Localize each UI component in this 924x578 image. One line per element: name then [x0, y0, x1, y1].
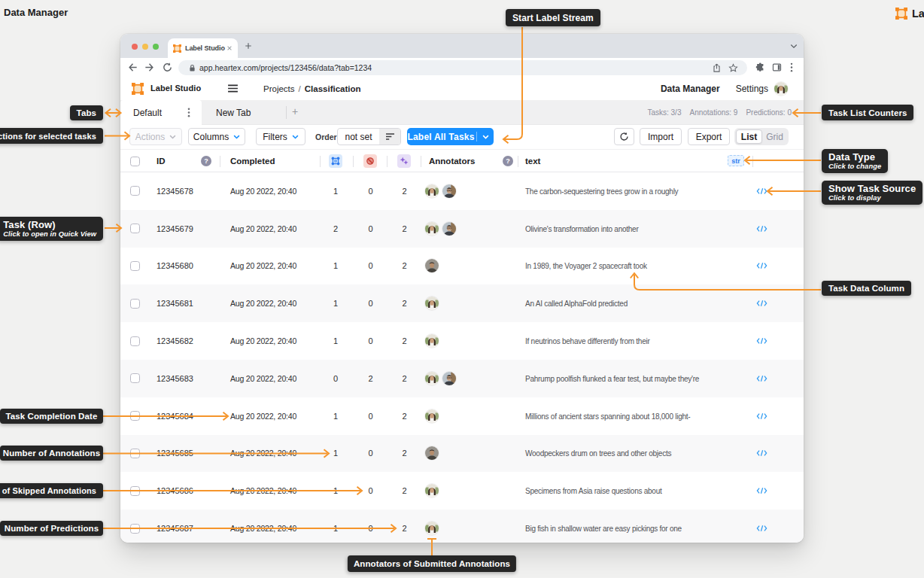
- row-checkbox[interactable]: [130, 486, 140, 496]
- show-source-icon[interactable]: [756, 184, 767, 198]
- annotator-avatar[interactable]: [425, 259, 439, 272]
- skipped-annotations-column-icon[interactable]: [363, 154, 377, 168]
- annotator-avatar[interactable]: [442, 222, 456, 236]
- hamburger-menu-icon[interactable]: [227, 84, 239, 93]
- annotator-avatar[interactable]: [425, 446, 439, 460]
- task-row[interactable]: 12345681Aug 20 2022, 20:40102An AI calle…: [120, 284, 804, 322]
- show-source-icon[interactable]: [756, 409, 767, 423]
- show-source-icon[interactable]: [756, 259, 767, 272]
- show-source-icon[interactable]: [756, 372, 767, 385]
- tab-search-chevron-icon[interactable]: [790, 44, 798, 49]
- column-header-text[interactable]: text: [525, 157, 540, 166]
- browser-menu-dots-icon[interactable]: [790, 62, 793, 72]
- column-divider: [752, 156, 753, 167]
- browser-tab[interactable]: Label Studio: [168, 38, 238, 58]
- annotator-avatar[interactable]: [425, 297, 439, 310]
- row-checkbox[interactable]: [130, 224, 140, 233]
- filters-button[interactable]: Filters: [256, 128, 305, 145]
- task-row[interactable]: 12345679Aug 20 2022, 20:40202Olivine's t…: [120, 210, 804, 248]
- nav-data-manager[interactable]: Data Manager: [661, 84, 720, 94]
- show-source-icon[interactable]: [756, 484, 767, 497]
- export-button[interactable]: Export: [688, 128, 730, 145]
- annotator-avatar[interactable]: [425, 334, 439, 348]
- tab-options-kebab-icon[interactable]: [187, 108, 190, 117]
- tab-close-icon[interactable]: [226, 45, 233, 51]
- url-text: app.heartex.com/projects/123456/data?tab…: [199, 63, 372, 72]
- counter-tasks: Tasks: 3/3: [647, 108, 681, 117]
- breadcrumb-projects[interactable]: Projects: [263, 84, 295, 93]
- annotator-avatar[interactable]: [425, 409, 439, 423]
- row-checkbox[interactable]: [130, 261, 140, 271]
- url-bar[interactable]: app.heartex.com/projects/123456/data?tab…: [178, 60, 747, 75]
- annotator-avatar[interactable]: [442, 372, 456, 385]
- share-icon[interactable]: [712, 63, 722, 73]
- row-checkbox[interactable]: [130, 299, 140, 309]
- annotator-avatar[interactable]: [425, 484, 439, 497]
- cell-annotations-count: 0: [328, 374, 343, 383]
- column-divider: [387, 156, 388, 167]
- view-list-button[interactable]: List: [736, 129, 762, 144]
- add-tab-plus-icon[interactable]: +: [292, 105, 298, 117]
- actions-button[interactable]: Actions: [129, 128, 182, 145]
- mac-minimize-button[interactable]: [142, 44, 148, 50]
- show-source-icon[interactable]: [756, 334, 767, 348]
- bookmark-star-icon[interactable]: [728, 63, 738, 73]
- task-row[interactable]: 12345687Aug 20 2022, 20:40102Big fish in…: [120, 510, 804, 543]
- view-grid-button[interactable]: Grid: [762, 129, 787, 144]
- row-checkbox[interactable]: [130, 186, 140, 196]
- cell-predictions-count: 2: [397, 224, 412, 233]
- annotator-avatar[interactable]: [425, 522, 439, 535]
- task-row[interactable]: 12345685Aug 20 2022, 20:40102Woodpeckers…: [120, 435, 804, 473]
- column-header-id[interactable]: ID: [157, 157, 166, 166]
- extensions-puzzle-icon[interactable]: [755, 62, 765, 72]
- row-checkbox[interactable]: [130, 449, 140, 458]
- task-row[interactable]: 12345684Aug 20 2022, 20:40102Millions of…: [120, 397, 804, 435]
- annotator-avatar[interactable]: [442, 184, 456, 198]
- annotations-column-icon[interactable]: [329, 154, 342, 168]
- data-type-badge[interactable]: str: [728, 155, 744, 166]
- label-all-tasks-button[interactable]: Label All Tasks: [407, 128, 494, 145]
- task-row[interactable]: 12345686Aug 20 2022, 20:40102Specimens f…: [120, 472, 804, 510]
- show-source-icon[interactable]: [756, 522, 767, 535]
- nav-settings[interactable]: Settings: [736, 84, 768, 94]
- row-checkbox[interactable]: [130, 411, 140, 421]
- sidepanel-icon[interactable]: [772, 62, 782, 72]
- mac-close-button[interactable]: [132, 44, 138, 50]
- order-control[interactable]: not set: [337, 128, 401, 145]
- task-row[interactable]: 12345683Aug 20 2022, 20:40022Pahrump poo…: [120, 360, 804, 397]
- task-row[interactable]: 12345678Aug 20 2022, 20:40102The carbon-…: [120, 172, 804, 210]
- back-icon[interactable]: [127, 62, 138, 73]
- cell-predictions-count: 2: [397, 187, 412, 196]
- help-icon[interactable]: ?: [201, 156, 211, 166]
- cell-task-text: Specimens from Asia raise questions abou…: [525, 487, 662, 495]
- column-header-annotators[interactable]: Annotators: [429, 157, 475, 166]
- label-all-tasks-chevron[interactable]: [477, 135, 494, 139]
- annotator-avatar[interactable]: [425, 222, 439, 236]
- help-icon[interactable]: ?: [503, 156, 513, 166]
- show-source-icon[interactable]: [756, 446, 767, 460]
- app-brand: Label Studio: [150, 84, 201, 93]
- task-row[interactable]: 12345682Aug 20 2022, 20:40102If neutrino…: [120, 322, 804, 360]
- row-checkbox[interactable]: [130, 336, 140, 346]
- row-checkbox[interactable]: [130, 373, 140, 383]
- select-all-checkbox[interactable]: [130, 157, 140, 166]
- import-button[interactable]: Import: [640, 128, 682, 145]
- column-header-completed[interactable]: Completed: [230, 157, 275, 166]
- show-source-icon[interactable]: [756, 222, 767, 236]
- user-avatar[interactable]: [774, 82, 788, 96]
- new-tab-plus-icon[interactable]: [245, 42, 252, 50]
- forward-icon[interactable]: [144, 62, 155, 73]
- sort-direction-button[interactable]: [379, 129, 400, 144]
- tab-new-tab[interactable]: New Tab: [216, 100, 251, 125]
- predictions-column-icon[interactable]: [397, 154, 411, 168]
- cell-task-id: 12345681: [157, 299, 193, 308]
- show-source-icon[interactable]: [756, 297, 767, 310]
- mac-zoom-button[interactable]: [153, 44, 159, 50]
- columns-button[interactable]: Columns: [188, 128, 245, 145]
- refresh-button[interactable]: [614, 128, 634, 145]
- task-row[interactable]: 12345680Aug 20 2022, 20:40102In 1989, th…: [120, 248, 804, 285]
- reload-icon[interactable]: [162, 62, 173, 73]
- annotator-avatar[interactable]: [425, 372, 439, 385]
- row-checkbox[interactable]: [130, 524, 140, 534]
- annotator-avatar[interactable]: [425, 184, 439, 198]
